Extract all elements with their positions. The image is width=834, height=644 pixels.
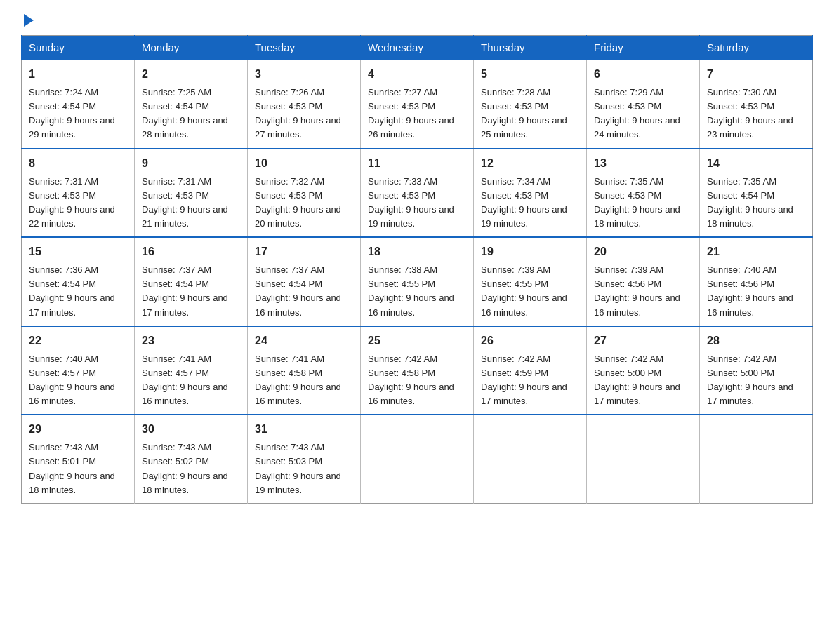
- day-number: 10: [255, 155, 353, 172]
- page-header: [21, 14, 813, 24]
- calendar-cell: 28 Sunrise: 7:42 AMSunset: 5:00 PMDaylig…: [700, 326, 813, 415]
- calendar-cell: 29 Sunrise: 7:43 AMSunset: 5:01 PMDaylig…: [22, 415, 135, 503]
- day-info: Sunrise: 7:25 AMSunset: 4:54 PMDaylight:…: [142, 87, 228, 140]
- day-number: 5: [481, 66, 579, 83]
- calendar-cell: 8 Sunrise: 7:31 AMSunset: 4:53 PMDayligh…: [22, 149, 135, 238]
- day-number: 7: [707, 66, 805, 83]
- day-number: 18: [368, 243, 466, 260]
- day-number: 9: [142, 155, 240, 172]
- day-number: 14: [707, 155, 805, 172]
- calendar-cell: [474, 415, 587, 503]
- day-number: 30: [142, 421, 240, 438]
- day-number: 6: [594, 66, 692, 83]
- week-row-4: 22 Sunrise: 7:40 AMSunset: 4:57 PMDaylig…: [22, 326, 813, 415]
- weekday-header-sunday: Sunday: [22, 36, 135, 60]
- day-number: 19: [481, 243, 579, 260]
- weekday-header-saturday: Saturday: [700, 36, 813, 60]
- calendar-cell: 26 Sunrise: 7:42 AMSunset: 4:59 PMDaylig…: [474, 326, 587, 415]
- day-number: 3: [255, 66, 353, 83]
- week-row-5: 29 Sunrise: 7:43 AMSunset: 5:01 PMDaylig…: [22, 415, 813, 503]
- calendar-cell: 22 Sunrise: 7:40 AMSunset: 4:57 PMDaylig…: [22, 326, 135, 415]
- day-number: 20: [594, 243, 692, 260]
- calendar-cell: [587, 415, 700, 503]
- calendar-cell: 7 Sunrise: 7:30 AMSunset: 4:53 PMDayligh…: [700, 60, 813, 149]
- calendar-cell: 25 Sunrise: 7:42 AMSunset: 4:58 PMDaylig…: [361, 326, 474, 415]
- day-info: Sunrise: 7:42 AMSunset: 4:58 PMDaylight:…: [368, 354, 454, 406]
- day-info: Sunrise: 7:29 AMSunset: 4:53 PMDaylight:…: [594, 87, 680, 140]
- calendar-cell: 20 Sunrise: 7:39 AMSunset: 4:56 PMDaylig…: [587, 237, 700, 326]
- calendar-cell: 1 Sunrise: 7:24 AMSunset: 4:54 PMDayligh…: [22, 60, 135, 149]
- day-info: Sunrise: 7:35 AMSunset: 4:54 PMDaylight:…: [707, 176, 793, 229]
- calendar-cell: 2 Sunrise: 7:25 AMSunset: 4:54 PMDayligh…: [135, 60, 248, 149]
- day-number: 26: [481, 333, 579, 349]
- calendar-cell: 3 Sunrise: 7:26 AMSunset: 4:53 PMDayligh…: [248, 60, 361, 149]
- calendar-cell: 15 Sunrise: 7:36 AMSunset: 4:54 PMDaylig…: [22, 237, 135, 326]
- day-info: Sunrise: 7:42 AMSunset: 5:00 PMDaylight:…: [707, 354, 793, 406]
- weekday-header-wednesday: Wednesday: [361, 36, 474, 60]
- day-info: Sunrise: 7:39 AMSunset: 4:55 PMDaylight:…: [481, 264, 567, 317]
- calendar-table: SundayMondayTuesdayWednesdayThursdayFrid…: [21, 35, 813, 504]
- calendar-cell: 27 Sunrise: 7:42 AMSunset: 5:00 PMDaylig…: [587, 326, 700, 415]
- weekday-header-row: SundayMondayTuesdayWednesdayThursdayFrid…: [22, 36, 813, 60]
- day-info: Sunrise: 7:27 AMSunset: 4:53 PMDaylight:…: [368, 87, 454, 140]
- calendar-cell: 24 Sunrise: 7:41 AMSunset: 4:58 PMDaylig…: [248, 326, 361, 415]
- day-info: Sunrise: 7:35 AMSunset: 4:53 PMDaylight:…: [594, 176, 680, 229]
- weekday-header-thursday: Thursday: [474, 36, 587, 60]
- day-info: Sunrise: 7:38 AMSunset: 4:55 PMDaylight:…: [368, 264, 454, 317]
- day-number: 22: [29, 333, 127, 349]
- day-number: 25: [368, 333, 466, 349]
- day-number: 4: [368, 66, 466, 83]
- day-info: Sunrise: 7:37 AMSunset: 4:54 PMDaylight:…: [142, 264, 228, 317]
- day-number: 21: [707, 243, 805, 260]
- day-info: Sunrise: 7:24 AMSunset: 4:54 PMDaylight:…: [29, 87, 115, 140]
- day-info: Sunrise: 7:43 AMSunset: 5:03 PMDaylight:…: [255, 442, 341, 495]
- logo: [21, 14, 34, 24]
- day-info: Sunrise: 7:36 AMSunset: 4:54 PMDaylight:…: [29, 264, 115, 317]
- day-number: 29: [29, 421, 127, 438]
- day-info: Sunrise: 7:37 AMSunset: 4:54 PMDaylight:…: [255, 264, 341, 317]
- day-info: Sunrise: 7:42 AMSunset: 5:00 PMDaylight:…: [594, 354, 680, 406]
- day-info: Sunrise: 7:33 AMSunset: 4:53 PMDaylight:…: [368, 176, 454, 229]
- day-info: Sunrise: 7:41 AMSunset: 4:58 PMDaylight:…: [255, 354, 341, 406]
- calendar-cell: 21 Sunrise: 7:40 AMSunset: 4:56 PMDaylig…: [700, 237, 813, 326]
- day-number: 2: [142, 66, 240, 83]
- day-number: 31: [255, 421, 353, 438]
- day-info: Sunrise: 7:39 AMSunset: 4:56 PMDaylight:…: [594, 264, 680, 317]
- day-number: 13: [594, 155, 692, 172]
- day-info: Sunrise: 7:31 AMSunset: 4:53 PMDaylight:…: [142, 176, 228, 229]
- calendar-cell: 11 Sunrise: 7:33 AMSunset: 4:53 PMDaylig…: [361, 149, 474, 238]
- calendar-cell: 6 Sunrise: 7:29 AMSunset: 4:53 PMDayligh…: [587, 60, 700, 149]
- calendar-cell: 9 Sunrise: 7:31 AMSunset: 4:53 PMDayligh…: [135, 149, 248, 238]
- day-number: 11: [368, 155, 466, 172]
- weekday-header-friday: Friday: [587, 36, 700, 60]
- day-info: Sunrise: 7:26 AMSunset: 4:53 PMDaylight:…: [255, 87, 341, 140]
- day-info: Sunrise: 7:31 AMSunset: 4:53 PMDaylight:…: [29, 176, 115, 229]
- day-number: 15: [29, 243, 127, 260]
- weekday-header-monday: Monday: [135, 36, 248, 60]
- day-info: Sunrise: 7:28 AMSunset: 4:53 PMDaylight:…: [481, 87, 567, 140]
- calendar-cell: 4 Sunrise: 7:27 AMSunset: 4:53 PMDayligh…: [361, 60, 474, 149]
- calendar-cell: 13 Sunrise: 7:35 AMSunset: 4:53 PMDaylig…: [587, 149, 700, 238]
- day-info: Sunrise: 7:32 AMSunset: 4:53 PMDaylight:…: [255, 176, 341, 229]
- calendar-cell: 18 Sunrise: 7:38 AMSunset: 4:55 PMDaylig…: [361, 237, 474, 326]
- calendar-cell: 23 Sunrise: 7:41 AMSunset: 4:57 PMDaylig…: [135, 326, 248, 415]
- day-number: 16: [142, 243, 240, 260]
- calendar-cell: 19 Sunrise: 7:39 AMSunset: 4:55 PMDaylig…: [474, 237, 587, 326]
- day-info: Sunrise: 7:34 AMSunset: 4:53 PMDaylight:…: [481, 176, 567, 229]
- calendar-cell: 31 Sunrise: 7:43 AMSunset: 5:03 PMDaylig…: [248, 415, 361, 503]
- week-row-2: 8 Sunrise: 7:31 AMSunset: 4:53 PMDayligh…: [22, 149, 813, 238]
- day-info: Sunrise: 7:40 AMSunset: 4:57 PMDaylight:…: [29, 354, 115, 406]
- calendar-cell: 17 Sunrise: 7:37 AMSunset: 4:54 PMDaylig…: [248, 237, 361, 326]
- calendar-cell: 12 Sunrise: 7:34 AMSunset: 4:53 PMDaylig…: [474, 149, 587, 238]
- calendar-cell: 14 Sunrise: 7:35 AMSunset: 4:54 PMDaylig…: [700, 149, 813, 238]
- day-number: 17: [255, 243, 353, 260]
- day-number: 8: [29, 155, 127, 172]
- week-row-1: 1 Sunrise: 7:24 AMSunset: 4:54 PMDayligh…: [22, 60, 813, 149]
- day-number: 1: [29, 66, 127, 83]
- calendar-cell: [361, 415, 474, 503]
- day-number: 28: [707, 333, 805, 349]
- day-info: Sunrise: 7:42 AMSunset: 4:59 PMDaylight:…: [481, 354, 567, 406]
- day-info: Sunrise: 7:41 AMSunset: 4:57 PMDaylight:…: [142, 354, 228, 406]
- calendar-cell: 5 Sunrise: 7:28 AMSunset: 4:53 PMDayligh…: [474, 60, 587, 149]
- week-row-3: 15 Sunrise: 7:36 AMSunset: 4:54 PMDaylig…: [22, 237, 813, 326]
